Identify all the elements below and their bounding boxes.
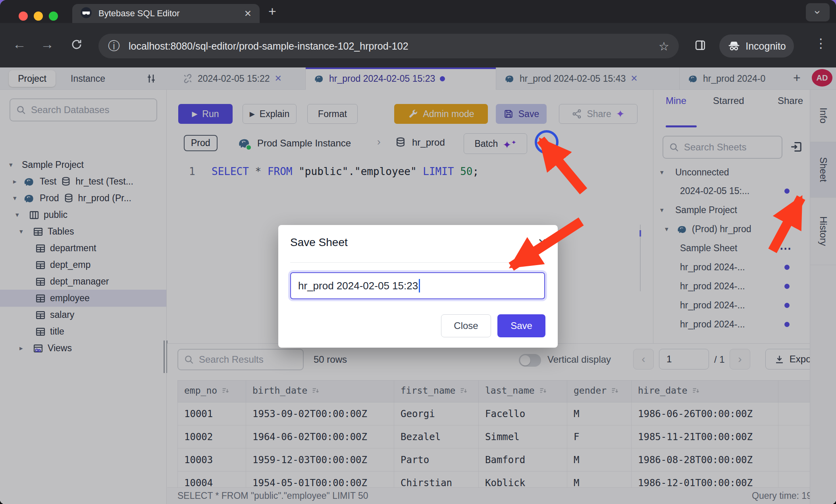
forward-button[interactable]: → — [40, 37, 54, 52]
modal-close-icon[interactable]: ✕ — [537, 236, 547, 249]
traffic-light-minimize[interactable] — [34, 12, 43, 21]
modal-divider — [290, 262, 546, 263]
traffic-light-close[interactable] — [19, 12, 28, 21]
sheet-name-value: hr_prod 2024-02-05 15:23 — [298, 280, 418, 292]
browser-tab-close-icon[interactable]: ✕ — [244, 8, 252, 19]
modal-save-button[interactable]: Save — [497, 314, 545, 337]
chevron-down-icon: › — [811, 10, 824, 14]
browser-tab-title: Bytebase SQL Editor — [98, 8, 244, 19]
url-bar[interactable]: ⓘ localhost:8080/sql-editor/prod-sample-… — [98, 34, 679, 58]
traffic-light-zoom[interactable] — [49, 12, 58, 21]
incognito-badge: Incognito — [719, 35, 794, 58]
reload-button[interactable] — [71, 38, 83, 54]
back-button[interactable]: ← — [13, 37, 26, 52]
side-panel-icon[interactable] — [694, 39, 707, 55]
incognito-label: Incognito — [745, 40, 786, 52]
site-info-icon[interactable]: ⓘ — [108, 38, 120, 54]
sheet-name-input[interactable]: hr_prod 2024-02-05 15:23 — [290, 272, 545, 299]
browser-tabstrip: Bytebase SQL Editor ✕ + › — [0, 0, 836, 23]
modal-close-button[interactable]: Close — [441, 314, 491, 337]
modal-title: Save Sheet — [290, 236, 348, 249]
bytebase-favicon-icon — [80, 7, 92, 20]
save-sheet-modal: Save Sheet ✕ hr_prod 2024-02-05 15:23 Cl… — [278, 225, 558, 348]
browser-menu-icon[interactable]: ⋮ — [815, 36, 827, 51]
browser-navbar: ← → ⓘ localhost:8080/sql-editor/prod-sam… — [0, 23, 836, 67]
browser-window: Bytebase SQL Editor ✕ + › ← → ⓘ localhos… — [0, 0, 836, 504]
browser-tab[interactable]: Bytebase SQL Editor ✕ — [72, 4, 260, 23]
url-text[interactable]: localhost:8080/sql-editor/prod-sample-in… — [129, 40, 659, 52]
bookmark-star-icon[interactable]: ☆ — [659, 39, 669, 53]
new-tab-button[interactable]: + — [268, 4, 276, 19]
text-cursor — [419, 279, 420, 292]
tab-search-button[interactable]: › — [806, 3, 830, 21]
incognito-icon — [727, 39, 741, 53]
browser-chrome: Bytebase SQL Editor ✕ + › ← → ⓘ localhos… — [0, 0, 836, 67]
